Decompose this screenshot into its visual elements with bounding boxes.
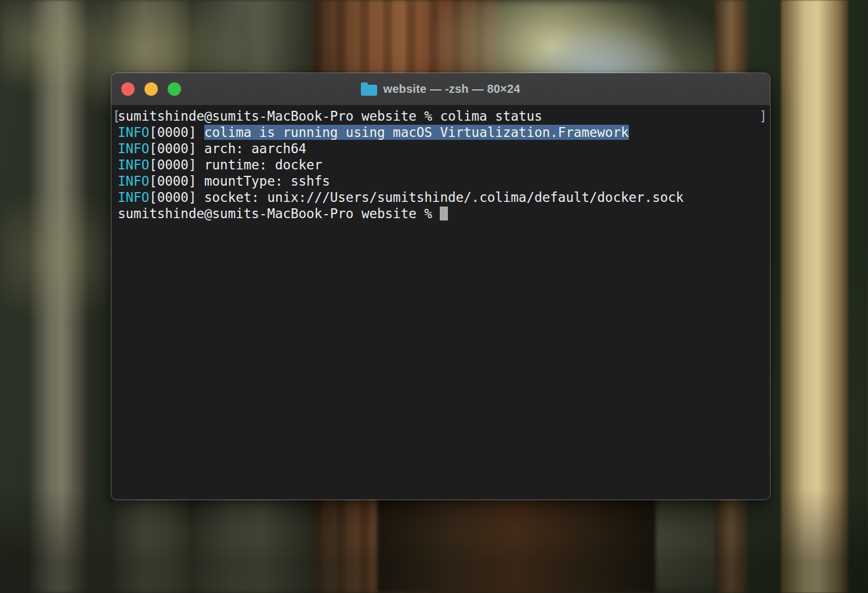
terminal-line: INFO[0000] mountType: sshfs	[118, 173, 763, 189]
minimize-button[interactable]	[144, 82, 158, 96]
terminal-text-plain: runtime: docker	[204, 157, 322, 172]
terminal-line: sumitshinde@sumits-MacBook-Pro website %	[118, 205, 763, 222]
terminal-text-plain: arch: aarch64	[204, 141, 306, 156]
terminal-text-selected: colima is running using macOS Virtualiza…	[204, 125, 629, 140]
traffic-lights	[121, 73, 181, 105]
close-button[interactable]	[121, 82, 135, 96]
terminal-text-plain: mountType: sshfs	[204, 173, 330, 189]
terminal-text-info: INFO	[118, 190, 149, 205]
terminal-line: INFO[0000] colima is running using macOS…	[118, 124, 763, 140]
terminal-line: INFO[0000] socket: unix:///Users/sumitsh…	[118, 189, 763, 205]
terminal-line: INFO[0000] arch: aarch64	[118, 140, 763, 157]
terminal-cursor	[440, 207, 448, 220]
ground-shadow	[0, 489, 868, 593]
terminal-text-plain: socket: unix:///Users/sumitshinde/.colim…	[204, 190, 683, 205]
terminal-text-plain: sumitshinde@sumits-MacBook-Pro website %…	[118, 109, 542, 124]
terminal-text-plain: [0000]	[149, 141, 204, 156]
terminal-text-info: INFO	[118, 141, 149, 156]
terminal-text-info: INFO	[118, 125, 149, 140]
desktop-background: website — -zsh — 80×24 [sumitshinde@sumi…	[0, 0, 868, 593]
terminal-text-info: INFO	[118, 173, 149, 189]
terminal-titlebar[interactable]: website — -zsh — 80×24	[111, 73, 770, 106]
terminal-text-plain: sumitshinde@sumits-MacBook-Pro website %	[118, 206, 440, 221]
folder-icon	[361, 85, 377, 96]
terminal-text-plain: [0000]	[149, 173, 204, 189]
terminal-text-info: INFO	[118, 157, 149, 172]
terminal-line: [sumitshinde@sumits-MacBook-Pro website …	[118, 108, 763, 124]
terminal-screen[interactable]: [sumitshinde@sumits-MacBook-Pro website …	[111, 106, 770, 500]
zoom-button[interactable]	[168, 82, 181, 96]
window-title: website — -zsh — 80×24	[383, 82, 520, 96]
terminal-text-plain: [0000]	[149, 190, 204, 205]
window-title-group: website — -zsh — 80×24	[361, 82, 520, 96]
command-start-mark: [	[113, 108, 121, 124]
terminal-text-plain: [0000]	[149, 157, 204, 172]
terminal-text-plain: [0000]	[149, 125, 204, 140]
terminal-window: website — -zsh — 80×24 [sumitshinde@sumi…	[111, 73, 771, 500]
terminal-line: INFO[0000] runtime: docker	[118, 157, 763, 173]
command-end-mark: ]	[759, 108, 767, 124]
